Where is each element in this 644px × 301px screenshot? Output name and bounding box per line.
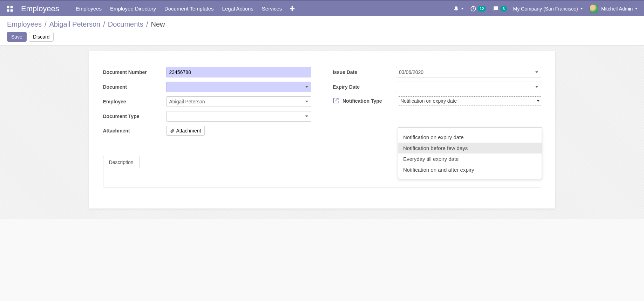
svg-rect-0 (7, 6, 9, 8)
label-doc-number: Document Number (103, 69, 166, 75)
bell-icon (453, 6, 459, 12)
save-button[interactable]: Save (7, 32, 27, 42)
attachment-button[interactable]: Attachment (166, 126, 205, 136)
label-attachment: Attachment (103, 128, 166, 134)
label-employee: Employee (103, 99, 166, 104)
document-number-input[interactable] (166, 67, 312, 77)
activities-badge: 12 (477, 6, 486, 12)
user-name: Mitchell Admin (601, 6, 633, 12)
top-navbar: Employees Employees Employee Directory D… (0, 0, 644, 16)
svg-rect-3 (11, 9, 13, 12)
label-expiry-date: Expiry Date (333, 84, 396, 90)
breadcrumb: Employees / Abigail Peterson / Documents… (7, 20, 637, 28)
label-notification-type: Notification Type (343, 98, 398, 104)
form-sheet: Document Number Document Employee Abigai… (89, 51, 555, 208)
main-menu: Employees Employee Directory Document Te… (72, 5, 453, 13)
user-menu[interactable]: Mitchell Admin (589, 4, 638, 13)
chat-icon (492, 6, 499, 12)
paperclip-icon (170, 129, 175, 133)
chevron-down-icon (461, 8, 464, 9)
notification-type-select[interactable]: Notification on expiry date (398, 96, 541, 105)
chevron-down-icon (580, 8, 583, 9)
chevron-down-icon (635, 8, 638, 9)
external-link-icon[interactable] (333, 97, 339, 105)
notifications-button[interactable] (453, 6, 464, 12)
breadcrumb-documents[interactable]: Documents (108, 20, 143, 28)
messages-badge: 3 (500, 6, 507, 12)
breadcrumb-employees[interactable]: Employees (7, 20, 42, 28)
breadcrumb-current: New (151, 20, 165, 28)
employee-select[interactable]: Abigail Peterson (166, 96, 312, 107)
activities-button[interactable]: 12 (470, 6, 486, 12)
company-name: My Company (San Francisco) (513, 6, 578, 12)
expiry-date-input[interactable] (396, 82, 541, 92)
label-doc-type: Document Type (103, 114, 166, 119)
tab-description[interactable]: Description (103, 156, 140, 168)
menu-item-directory[interactable]: Employee Directory (106, 6, 160, 12)
app-title[interactable]: Employees (21, 4, 59, 13)
discard-button[interactable]: Discard (29, 32, 54, 42)
notif-option[interactable]: Notification on and after expiry (398, 164, 542, 175)
issue-date-input[interactable]: 03/06/2020 (396, 67, 541, 77)
control-panel: Employees / Abigail Peterson / Documents… (0, 16, 644, 46)
clock-icon (470, 6, 476, 12)
apps-icon[interactable] (6, 5, 13, 12)
breadcrumb-employee[interactable]: Abigail Peterson (49, 20, 101, 28)
notif-option[interactable]: Notification on expiry date (398, 132, 542, 143)
notification-type-dropdown: Notification on expiry date Notification… (398, 127, 542, 179)
avatar (589, 4, 598, 13)
svg-rect-1 (11, 6, 13, 8)
label-document: Document (103, 84, 166, 90)
document-select[interactable] (166, 82, 312, 92)
notif-option[interactable]: Everyday till expiry date (398, 153, 542, 164)
menu-item-legal-actions[interactable]: Legal Actions (218, 6, 258, 12)
document-type-select[interactable] (166, 111, 312, 122)
breadcrumb-sep: / (103, 20, 105, 28)
label-issue-date: Issue Date (333, 69, 396, 75)
messages-button[interactable]: 3 (492, 6, 507, 12)
menu-item-services[interactable]: Services (258, 6, 286, 12)
notif-option[interactable]: Notification before few days (398, 143, 542, 153)
company-switcher[interactable]: My Company (San Francisco) (513, 6, 583, 12)
add-menu-icon[interactable]: ✚ (286, 5, 298, 13)
breadcrumb-sep: / (45, 20, 47, 28)
breadcrumb-sep: / (146, 20, 148, 28)
menu-item-doc-templates[interactable]: Document Templates (160, 6, 218, 12)
svg-rect-2 (7, 9, 9, 12)
menu-item-employees[interactable]: Employees (72, 6, 106, 12)
